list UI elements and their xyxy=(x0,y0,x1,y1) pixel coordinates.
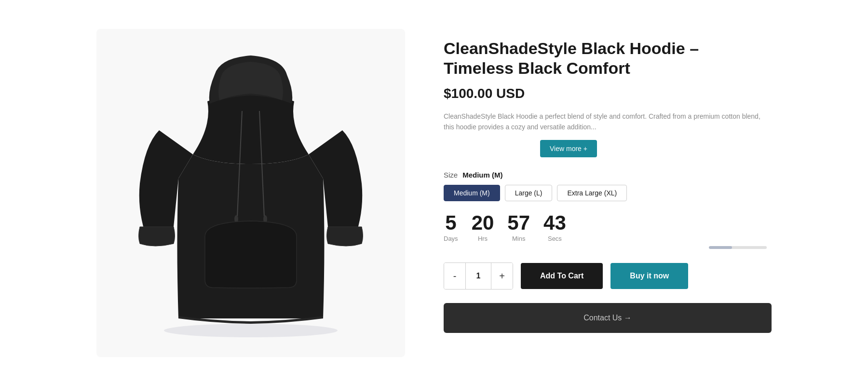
quantity-input[interactable] xyxy=(465,263,491,289)
product-details: CleanShadeStyle Black Hoodie – Timeless … xyxy=(444,29,772,333)
quantity-decrease-button[interactable]: - xyxy=(444,263,465,289)
countdown-mins-value: 57 xyxy=(507,213,530,233)
product-image-section xyxy=(96,29,405,357)
countdown-bar-fill xyxy=(709,246,732,249)
view-more-button[interactable]: View more + xyxy=(540,140,597,157)
countdown-hrs-label: Hrs xyxy=(478,235,488,242)
size-option-medium[interactable]: Medium (M) xyxy=(444,185,500,201)
product-page: CleanShadeStyle Black Hoodie – Timeless … xyxy=(96,10,772,376)
size-option-large[interactable]: Large (L) xyxy=(505,185,553,201)
countdown-days-label: Days xyxy=(444,235,458,242)
countdown-days-value: 5 xyxy=(445,213,456,233)
buy-now-button[interactable]: Buy it now xyxy=(610,263,688,289)
size-option-xl[interactable]: Extra Large (XL) xyxy=(557,185,627,201)
countdown-days: 5 Days xyxy=(444,213,458,242)
countdown-section: 5 Days 20 Hrs 57 Mins 43 Secs xyxy=(444,213,772,242)
countdown-secs-value: 43 xyxy=(543,213,566,233)
contact-us-label: Contact Us → xyxy=(583,314,632,322)
countdown-hrs: 20 Hrs xyxy=(472,213,494,242)
quantity-control: - + xyxy=(444,262,513,290)
countdown-bar xyxy=(709,246,767,249)
contact-us-button[interactable]: Contact Us → xyxy=(444,303,772,333)
countdown-secs-label: Secs xyxy=(548,235,562,242)
size-selected-value: Medium (M) xyxy=(462,171,502,179)
product-title: CleanShadeStyle Black Hoodie – Timeless … xyxy=(444,39,772,78)
product-image xyxy=(130,48,371,338)
size-label: Size xyxy=(444,171,458,179)
countdown-mins-label: Mins xyxy=(512,235,525,242)
quantity-cart-row: - + Add To Cart Buy it now xyxy=(444,262,772,290)
quantity-increase-button[interactable]: + xyxy=(491,263,513,289)
size-label-row: Size Medium (M) xyxy=(444,171,772,179)
size-section: Size Medium (M) Medium (M) Large (L) Ext… xyxy=(444,171,772,201)
countdown-hrs-value: 20 xyxy=(472,213,494,233)
countdown-mins: 57 Mins xyxy=(507,213,530,242)
size-options: Medium (M) Large (L) Extra Large (XL) xyxy=(444,185,772,201)
countdown-bar-wrapper xyxy=(444,246,772,249)
product-price: $100.00 USD xyxy=(444,86,772,101)
countdown-secs: 43 Secs xyxy=(543,213,566,242)
svg-point-0 xyxy=(164,324,338,337)
add-to-cart-button[interactable]: Add To Cart xyxy=(521,263,603,289)
product-description: CleanShadeStyle Black Hoodie a perfect b… xyxy=(444,111,772,133)
